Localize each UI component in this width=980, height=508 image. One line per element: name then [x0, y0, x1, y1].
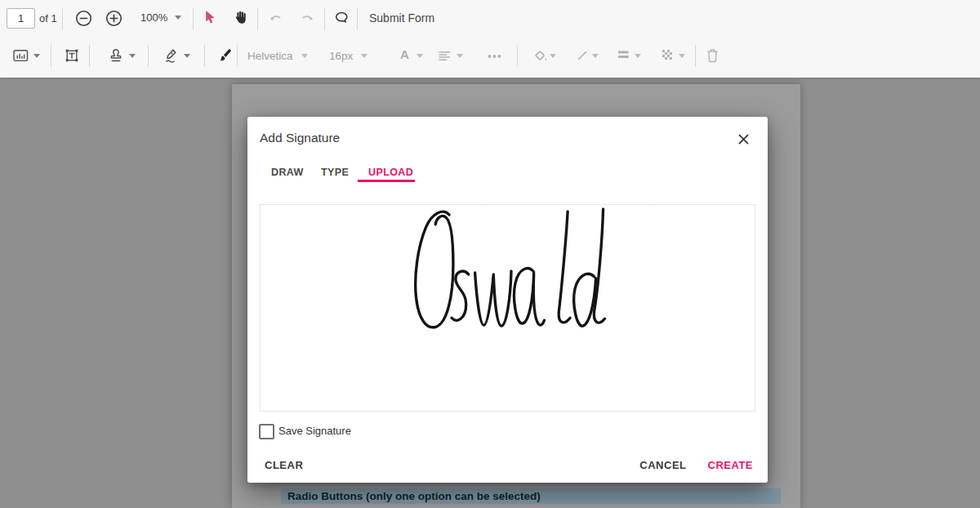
add-signature-modal: Add Signature DRAW TYPE UPLOAD	[247, 117, 768, 483]
divider	[204, 45, 205, 67]
chevron-down-icon[interactable]	[184, 54, 190, 58]
image-icon	[13, 49, 29, 62]
chevron-down-icon[interactable]	[635, 54, 641, 58]
font-family-value: Helvetica	[247, 50, 293, 62]
submit-form-button[interactable]: Submit Form	[369, 11, 434, 25]
text-field-icon	[65, 48, 79, 63]
active-tab-indicator	[358, 180, 415, 182]
hand-icon	[234, 10, 247, 25]
stamp-icon	[109, 48, 123, 62]
text-style-letter-icon: A	[400, 48, 409, 60]
toolbar-row-annotation: Helvetica 16px A	[0, 37, 980, 78]
divider	[695, 45, 696, 67]
comment-bubble-icon	[335, 11, 349, 24]
section-heading-text: Radio Buttons (only one option can be se…	[287, 490, 541, 502]
uploaded-signature-image	[410, 207, 614, 332]
freehand-tool-button[interactable]	[217, 48, 232, 63]
comments-button[interactable]	[335, 11, 349, 24]
save-signature-label: Save Signature	[278, 425, 351, 437]
pan-tool-button[interactable]	[234, 10, 247, 25]
divider	[257, 7, 258, 29]
redo-button[interactable]	[301, 12, 314, 23]
stroke-color-button[interactable]	[577, 50, 588, 61]
chevron-down-icon[interactable]	[416, 54, 423, 58]
undo-button[interactable]	[270, 12, 283, 23]
zoom-out-icon	[75, 10, 92, 27]
text-color-button[interactable]: A	[400, 48, 409, 60]
divider	[148, 45, 149, 67]
tab-type[interactable]: TYPE	[321, 167, 349, 178]
divider	[237, 45, 238, 67]
thickness-bars-icon	[617, 50, 630, 60]
modal-actions: CANCEL CREATE	[639, 459, 753, 471]
divider	[51, 45, 51, 67]
divider	[517, 45, 518, 67]
fill-color-button[interactable]	[533, 49, 548, 62]
close-icon	[737, 133, 750, 145]
align-left-icon	[439, 51, 451, 61]
trash-icon	[706, 48, 719, 63]
delete-button[interactable]	[706, 48, 719, 63]
opacity-checker-icon	[662, 50, 673, 60]
section-heading-highlight: Radio Buttons (only one option can be se…	[281, 488, 781, 504]
fill-bucket-icon	[533, 49, 548, 62]
divider	[62, 7, 63, 29]
chevron-down-icon[interactable]	[550, 54, 556, 58]
zoom-out-button[interactable]	[75, 10, 92, 27]
page-count-label: of 1	[39, 12, 57, 25]
chevron-down-icon[interactable]	[33, 54, 40, 58]
tab-upload[interactable]: UPLOAD	[368, 167, 413, 178]
chevron-down-icon[interactable]	[301, 54, 308, 58]
chevron-down-icon[interactable]	[457, 54, 463, 58]
chevron-down-icon[interactable]	[129, 54, 136, 58]
chevron-down-icon[interactable]	[592, 54, 599, 58]
divider	[324, 7, 325, 29]
select-arrow-icon	[203, 10, 216, 25]
font-size-dropdown[interactable]: 16px	[329, 50, 353, 62]
zoom-in-icon	[105, 10, 122, 27]
divider	[193, 7, 194, 29]
brush-icon	[217, 48, 232, 63]
redo-icon	[301, 12, 314, 23]
chevron-down-icon[interactable]	[679, 54, 685, 58]
toolbar: of 1 100%	[0, 0, 980, 78]
chevron-down-icon[interactable]	[361, 54, 368, 58]
font-size-value: 16px	[329, 50, 353, 62]
stamp-tool-button[interactable]	[109, 48, 123, 62]
modal-title: Add Signature	[260, 131, 340, 145]
clear-button[interactable]: CLEAR	[265, 459, 303, 471]
undo-icon	[270, 12, 283, 23]
free-text-button[interactable]	[65, 48, 79, 63]
create-button[interactable]: CREATE	[708, 459, 753, 471]
select-tool-button[interactable]	[203, 10, 216, 25]
page-number-input[interactable]	[7, 8, 35, 29]
chevron-down-icon	[175, 16, 181, 20]
signature-preview-area[interactable]	[260, 204, 755, 412]
ellipsis-icon	[488, 54, 501, 59]
text-align-button[interactable]	[439, 51, 451, 61]
signature-tool-button[interactable]	[163, 48, 179, 63]
toolbar-row-navigation: of 1 100%	[0, 0, 980, 37]
divider	[357, 7, 358, 29]
stroke-thickness-button[interactable]	[617, 50, 630, 60]
cancel-button[interactable]: CANCEL	[639, 459, 686, 471]
zoom-level-dropdown[interactable]: 100%	[140, 11, 181, 24]
overflow-menu-button[interactable]	[488, 54, 501, 59]
zoom-level-value: 100%	[140, 11, 167, 24]
opacity-button[interactable]	[662, 50, 673, 60]
divider	[89, 45, 90, 67]
save-signature-checkbox[interactable]	[259, 424, 274, 439]
signature-pen-icon	[163, 48, 179, 63]
image-field-button[interactable]	[13, 49, 29, 62]
close-button[interactable]	[736, 131, 751, 146]
app-window: of 1 100%	[0, 0, 980, 508]
font-family-dropdown[interactable]: Helvetica	[247, 50, 293, 62]
stroke-line-icon	[577, 50, 588, 61]
zoom-in-button[interactable]	[105, 10, 122, 27]
tab-draw[interactable]: DRAW	[271, 167, 304, 178]
